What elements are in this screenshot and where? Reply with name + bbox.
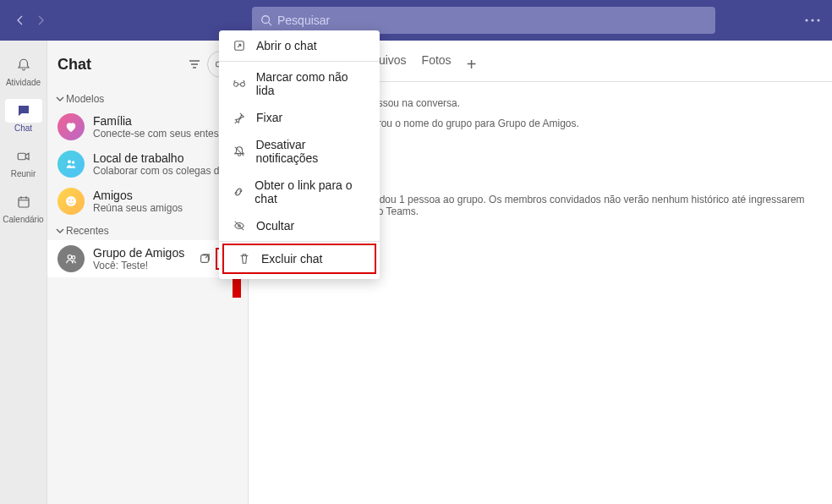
rail-activity[interactable]: Atividade	[0, 47, 47, 93]
template-title: Local de trabalho	[93, 151, 239, 165]
nav-forward-button[interactable]	[30, 10, 51, 30]
search-placeholder: Pesquisar	[277, 14, 330, 27]
nav-rail: Atividade Chat Reunir Calendário	[0, 41, 47, 504]
open-icon	[231, 40, 248, 52]
glasses-icon	[231, 78, 248, 90]
top-bar: Pesquisar	[0, 0, 832, 41]
video-icon	[5, 145, 42, 168]
smile-icon	[57, 188, 85, 215]
template-item-family[interactable]: FamíliaConecte-se com seus entes querido…	[47, 108, 248, 145]
pin-icon	[231, 112, 248, 123]
template-title: Amigos	[93, 189, 239, 202]
filter-button[interactable]	[182, 52, 207, 77]
ctx-pin[interactable]: Fixar	[219, 104, 380, 131]
ctx-mute[interactable]: Desativar notificações	[219, 131, 380, 172]
group-avatar-icon	[57, 245, 85, 272]
ctx-label: Obter o link para o chat	[255, 178, 368, 205]
ctx-get-link[interactable]: Obter o link para o chat	[219, 172, 380, 212]
svg-point-13	[72, 256, 75, 260]
template-subtitle: Colaborar com os colegas de trabalho	[93, 165, 239, 177]
link-icon	[231, 186, 246, 198]
ctx-label: Fixar	[256, 111, 282, 124]
svg-point-8	[72, 161, 74, 163]
ctx-label: Desativar notificações	[255, 138, 368, 165]
rail-meet-label: Reunir	[11, 169, 36, 178]
section-recents-label: Recentes	[66, 225, 109, 237]
template-subtitle: Reúna seus amigos	[93, 202, 239, 214]
rail-chat[interactable]: Chat	[0, 93, 47, 139]
rail-calendar-label: Calendário	[3, 215, 43, 224]
rail-activity-label: Atividade	[6, 78, 41, 87]
svg-point-2	[811, 19, 813, 21]
ctx-open-chat[interactable]: Abrir o chat	[219, 32, 380, 59]
svg-point-7	[68, 160, 71, 163]
ctx-label: Ocultar	[256, 219, 294, 233]
nav-back-button[interactable]	[10, 10, 30, 30]
ctx-label: Marcar como não lida	[256, 70, 368, 97]
template-subtitle: Conecte-se com seus entes queridos	[93, 128, 239, 140]
open-in-new-icon[interactable]	[195, 249, 214, 268]
ctx-mark-unread[interactable]: Marcar como não lida	[219, 63, 380, 104]
bell-icon	[5, 53, 42, 77]
ctx-label: Excluir chat	[261, 252, 322, 266]
svg-point-9	[66, 196, 76, 206]
chat-icon	[5, 99, 42, 123]
template-item-work[interactable]: Local de trabalhoColaborar com os colega…	[47, 145, 248, 183]
recent-item-grupo-de-amigos[interactable]: Grupo de AmigosVocê: Teste!	[47, 240, 248, 277]
chat-preview: Você: Teste!	[93, 260, 195, 271]
svg-point-0	[262, 16, 270, 24]
people-icon	[57, 151, 85, 178]
svg-point-19	[233, 82, 238, 86]
calendar-icon	[5, 190, 42, 214]
svg-rect-5	[19, 198, 29, 207]
chat-title: Grupo de Amigos	[93, 246, 195, 260]
svg-point-11	[72, 200, 74, 201]
svg-point-1	[805, 19, 807, 21]
rail-chat-label: Chat	[14, 123, 32, 133]
add-tab-button[interactable]: +	[467, 55, 477, 74]
ctx-hide[interactable]: Ocultar	[219, 212, 380, 239]
ctx-delete-chat[interactable]: Excluir chat	[222, 244, 376, 274]
section-templates-label: Modelos	[66, 93, 104, 105]
heart-icon	[57, 113, 85, 140]
svg-point-12	[68, 255, 72, 260]
app-more-button[interactable]	[805, 19, 820, 22]
ctx-label: Abrir o chat	[256, 39, 317, 52]
chat-list-title: Chat	[57, 56, 182, 74]
template-item-friends[interactable]: AmigosReúna seus amigos	[47, 183, 248, 220]
svg-point-10	[68, 200, 70, 201]
chat-context-menu: Abrir o chat Marcar como não lida Fixar …	[219, 30, 380, 279]
section-recents[interactable]: Recentes	[47, 220, 248, 240]
svg-rect-4	[18, 153, 25, 160]
separator	[219, 241, 380, 242]
section-templates[interactable]: Modelos	[47, 88, 248, 108]
trash-icon	[236, 253, 253, 265]
template-title: Família	[93, 114, 239, 128]
tab-photos[interactable]: Fotos	[422, 53, 452, 75]
bell-off-icon	[231, 145, 247, 157]
rail-calendar[interactable]: Calendário	[0, 184, 47, 230]
separator	[219, 61, 380, 62]
rail-meet[interactable]: Reunir	[0, 139, 47, 184]
svg-point-3	[817, 19, 819, 21]
eye-off-icon	[231, 220, 248, 232]
svg-point-20	[240, 82, 244, 86]
